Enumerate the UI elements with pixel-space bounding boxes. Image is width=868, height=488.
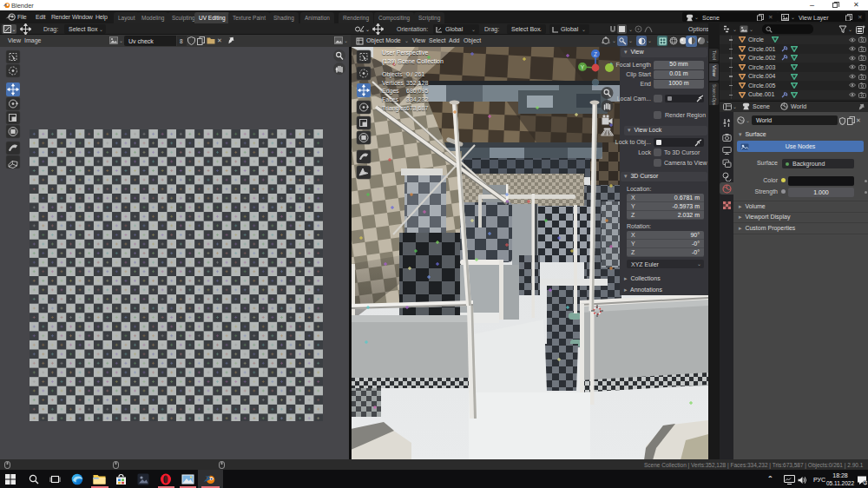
svg-text:Z: Z [594, 51, 597, 57]
svg-text:Y: Y [581, 64, 585, 70]
svg-text:1: 1 [864, 479, 866, 485]
